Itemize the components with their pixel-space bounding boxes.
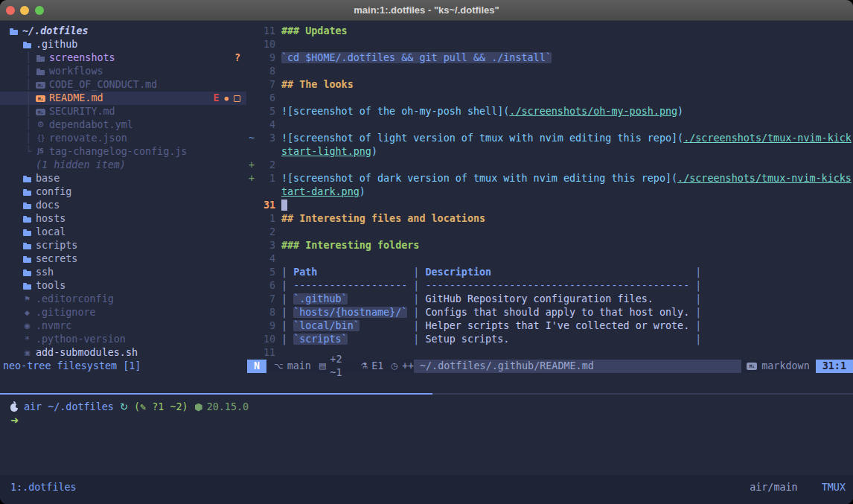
editor-line[interactable]: +1![screenshot of dark version of tmux w… [247, 172, 853, 185]
zoom-button[interactable] [35, 6, 44, 15]
tree-item-gitignore[interactable]: ◆.gitignore [0, 306, 246, 319]
tree-item-workflows[interactable]: │workflows [0, 65, 246, 78]
tree-item-security-md[interactable]: │SECURITY.md [0, 105, 246, 118]
tree-item-renovate-json[interactable]: │{}renovate.json [0, 132, 246, 145]
editor-line[interactable]: 9| `local/bin` | Helper scripts that I'v… [247, 319, 853, 333]
tmux-badge: TMUX [822, 482, 846, 493]
tree-item-editorconfig[interactable]: ⚑.editorconfig [0, 293, 246, 306]
editor-line[interactable]: 6| ------------------- | ---------------… [247, 279, 853, 293]
minimize-button[interactable] [20, 6, 29, 15]
editor-line[interactable]: 8 [247, 65, 853, 78]
line-number: 9 [258, 51, 275, 65]
tree-item-dotfiles[interactable]: ~/.dotfiles [0, 25, 246, 38]
editor-line[interactable]: 7| `.github` | GitHub Repository configu… [247, 293, 853, 306]
tree-item-secrets[interactable]: secrets [0, 252, 246, 266]
gutter-sign: + [247, 159, 258, 172]
tree-item-hosts[interactable]: hosts [0, 212, 246, 226]
editor-line[interactable]: 3### Interesting folders [247, 239, 853, 252]
editor-line[interactable]: 6 [247, 92, 853, 105]
cursor-position: 31:1 [816, 360, 853, 373]
tree-item-scripts[interactable]: scripts [0, 239, 246, 252]
diamond-icon: ◆ [22, 306, 32, 319]
editor-line[interactable]: +2 [247, 159, 853, 172]
neo-tree-status: neo-tree filesystem [1] [3, 360, 141, 373]
tree-item-tag-changelog-config-js[interactable]: └JStag-changelog-config.js [0, 145, 246, 159]
editor-line[interactable]: 4 [247, 118, 853, 132]
tree-item-dependabot-yml[interactable]: │⚙dependabot.yml [0, 118, 246, 132]
tree-item-config[interactable]: config [0, 185, 246, 199]
editor-line[interactable]: 2 [247, 226, 853, 239]
line-number: 4 [258, 118, 275, 132]
editor-line[interactable]: ~3![screenshot of light version of tmux … [247, 132, 853, 145]
editor-buffer[interactable]: 11### Updates 10 9`cd $HOME/.dotfiles &&… [247, 25, 853, 360]
untracked-badge: ? [234, 51, 240, 65]
tree-item-label: README.md [49, 92, 103, 103]
tree-item-readme-md[interactable]: │README.mdE● [0, 92, 246, 105]
tree-item-label: add-submodules.sh [36, 347, 138, 358]
editor-line[interactable]: 1## Interesting files and locations [247, 212, 853, 226]
gutter-sign [247, 252, 258, 266]
js-icon: JS [36, 145, 45, 159]
line-number: 6 [258, 279, 275, 293]
tree-item-code-of-conduct-md[interactable]: │CODE_OF_CONDUCT.md [0, 78, 246, 92]
editor-line[interactable]: 5![screenshot of the oh-my-posh shell](.… [247, 105, 853, 118]
tree-item-docs[interactable]: docs [0, 199, 246, 212]
line-number: 8 [258, 65, 275, 78]
line-number: 5 [258, 266, 275, 279]
line-number: 1 [258, 172, 275, 185]
editor-line[interactable]: 4 [247, 252, 853, 266]
modified-dot: ● [225, 92, 229, 105]
line-number: 11 [258, 346, 275, 360]
line-number [258, 185, 275, 199]
gutter-sign [247, 118, 258, 132]
tree-item-add-submodules-sh[interactable]: ▣add-submodules.sh [0, 346, 246, 360]
tree-item-1-hidden-item[interactable]: (1 hidden item) [0, 159, 246, 172]
tree-item-ssh[interactable]: ssh [0, 266, 246, 279]
tmux-window-name[interactable]: 1:.dotfiles [10, 481, 77, 494]
gutter-sign [247, 199, 258, 212]
editor-line[interactable]: 10 [247, 38, 853, 51]
tree-item-label: secrets [36, 253, 77, 264]
line-number: 31 [258, 199, 275, 212]
tree-item-github[interactable]: .github [0, 38, 246, 51]
shell-input-line[interactable]: ➜ [0, 414, 853, 427]
tree-item-label: local [36, 226, 66, 237]
statusline: N ⌥main ▤+2 ~1 ⚗E1 ◷++ ~/.dotfiles/.gith… [247, 360, 853, 373]
editor-line[interactable]: 31 [247, 199, 853, 212]
tree-item-local[interactable]: local [0, 226, 246, 239]
tree-item-label: .editorconfig [36, 293, 114, 304]
tree-item-screenshots[interactable]: │screenshots? [0, 51, 246, 65]
tree-item-label: renovate.json [49, 133, 127, 144]
tree-item-base[interactable]: base [0, 172, 246, 185]
editor-line[interactable]: 8| `hosts/{hostname}/` | Configs that sh… [247, 306, 853, 319]
tree-item-tools[interactable]: tools [0, 279, 246, 293]
gutter-sign [247, 226, 258, 239]
terminal-icon: ▣ [22, 346, 32, 360]
editor-line[interactable]: 11### Updates [247, 25, 853, 38]
gutter-sign [247, 145, 258, 159]
editor-line[interactable]: start-light.png) [247, 145, 853, 159]
tree-guide: │ [25, 51, 31, 65]
editor-line[interactable]: 7## The looks [247, 78, 853, 92]
tree-item-python-version[interactable]: *.python-version [0, 333, 246, 346]
shell-pane[interactable]: air ~/.dotfiles ↻ (✎ ?1 ~2) 20.15.0 ➜ [0, 395, 853, 475]
node-icon [195, 403, 202, 412]
prompt-cwd: ~/.dotfiles [48, 401, 114, 414]
gutter-sign [247, 212, 258, 226]
editor-line[interactable]: tart-dark.png) [247, 185, 853, 199]
tree-item-nvmrc[interactable]: ◉.nvmrc [0, 319, 246, 333]
tree-item-label: .nvmrc [36, 320, 71, 331]
editor-line[interactable]: 9`cd $HOME/.dotfiles && git pull && ./in… [247, 51, 853, 65]
tree-item-label: (1 hidden item) [36, 159, 126, 170]
tree-item-label: dependabot.yml [49, 119, 133, 130]
tree-item-label: tools [36, 280, 66, 291]
lazy-updates: ++ [402, 360, 414, 373]
prompt-host: air [24, 401, 42, 414]
tmux-session-name: air/main [750, 482, 798, 493]
gutter-sign [247, 65, 258, 78]
gutter-sign [247, 92, 258, 105]
editor-line[interactable]: 10| `scripts` | Setup scripts. | [247, 333, 853, 346]
close-button[interactable] [6, 6, 15, 15]
editor-line[interactable]: 5| Path | Description | [247, 266, 853, 279]
gutter-sign [247, 319, 258, 333]
